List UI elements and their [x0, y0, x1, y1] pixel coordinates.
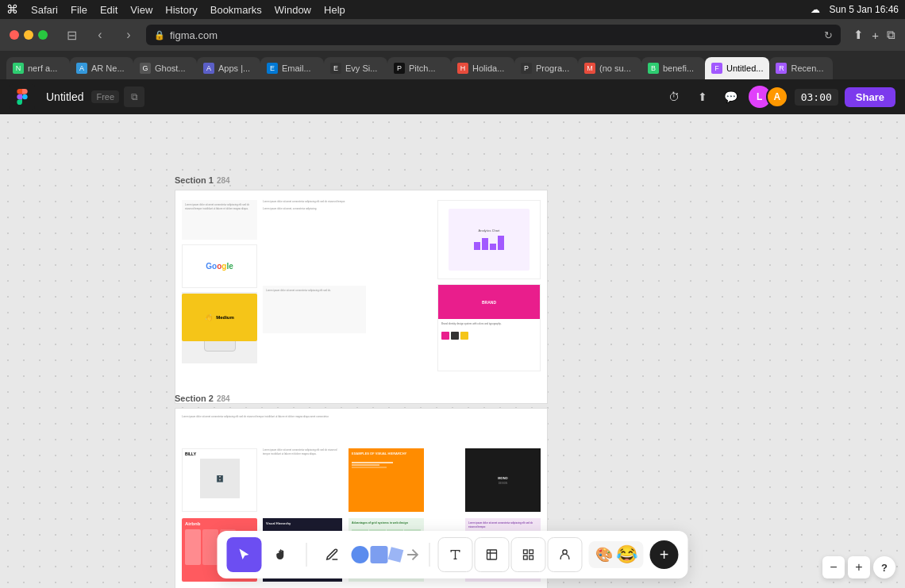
tab-holiday[interactable]: H Holida...	[451, 57, 514, 79]
menu-help[interactable]: Help	[324, 4, 345, 16]
divider-2	[429, 543, 430, 567]
thumb-text-3: Lorem ipsum dolor sit amet consectetur a…	[263, 286, 366, 333]
tab-arne[interactable]: A AR Ne...	[70, 57, 133, 79]
history-icon[interactable]: ⏱	[663, 86, 685, 108]
menu-file[interactable]: File	[71, 4, 87, 16]
tab-email[interactable]: E Email...	[260, 57, 324, 79]
tab-nosu[interactable]: M (no su...	[578, 57, 641, 79]
menu-bookmarks[interactable]: Bookmarks	[210, 4, 262, 16]
figma-logo-btn[interactable]	[10, 84, 35, 110]
minimize-button[interactable]	[24, 30, 33, 40]
timer-display: 03:00	[795, 89, 838, 106]
tab-untitled[interactable]: F Untitled...	[705, 57, 769, 79]
share-icon[interactable]: ⬆	[691, 86, 714, 108]
pen-tool-btn[interactable]	[315, 537, 350, 572]
section-1-count: 284	[217, 176, 230, 185]
tab-label-nerf: nerf a...	[28, 63, 57, 73]
cursor-tool-btn[interactable]	[227, 537, 262, 572]
menu-edit[interactable]: Edit	[100, 4, 117, 16]
sticker-emoji[interactable]: 🎨	[595, 546, 613, 563]
menu-view[interactable]: View	[130, 4, 152, 16]
rect-shape[interactable]	[371, 546, 388, 563]
folder-shape[interactable]	[388, 547, 404, 563]
apple-menu[interactable]: ⌘	[6, 2, 18, 17]
multiplayer-avatars: L A	[749, 86, 788, 108]
tab-label-evy: Evy Si...	[345, 63, 377, 73]
add-button[interactable]: +	[650, 540, 679, 569]
frame-tool-btn[interactable]	[475, 537, 510, 572]
figma-logo-icon	[14, 89, 30, 105]
comment-icon[interactable]: 💬	[720, 86, 742, 108]
circle-shape[interactable]	[352, 546, 369, 563]
traffic-lights	[10, 30, 48, 40]
share-browser-btn[interactable]: ⬆	[853, 28, 864, 42]
lock-icon: 🔒	[154, 30, 165, 40]
s2-text-mid: Lorem ipsum dolor sit amet consectetur a…	[263, 448, 342, 512]
forward-button[interactable]: ›	[117, 26, 140, 44]
weather-icon: ☁	[811, 4, 820, 15]
section-2-count: 284	[217, 394, 230, 403]
menu-window[interactable]: Window	[275, 4, 311, 16]
thumb-dark-card: MONO DESIGN	[465, 448, 541, 512]
section-2-label: Section 2 284	[175, 394, 230, 403]
svg-rect-0	[487, 550, 497, 559]
zoom-out-btn[interactable]: −	[822, 556, 845, 578]
grid-tool-btn[interactable]	[511, 537, 546, 572]
thumb-google: Google	[182, 244, 257, 288]
tab-apps[interactable]: A Apps |...	[197, 57, 260, 79]
hand-icon	[274, 548, 288, 562]
menubar-right: ☁ Sun 5 Jan 16:46	[811, 4, 899, 15]
thumb-yellow-card: 👋 Medium	[182, 294, 257, 341]
figma-app: Untitled Free ⧉ ⏱ ⬆ 💬 L A 03:00 Share Se…	[0, 79, 905, 588]
section-1-container: Section 1 284 Lorem ipsum dolor sit amet…	[175, 190, 548, 404]
browser-titlebar: ⊟ ‹ › 🔒 figma.com ↻ ⬆ + ⧉	[0, 19, 905, 51]
text-tool-btn[interactable]	[438, 537, 473, 572]
laugh-emoji[interactable]: 😂	[616, 544, 637, 565]
browser-chrome: ⊟ ‹ › 🔒 figma.com ↻ ⬆ + ⧉ N nerf a... A …	[0, 19, 905, 79]
tab-recent[interactable]: R Recen...	[769, 57, 833, 79]
thumb-branding: BRAND Brand identity design system with …	[437, 284, 541, 371]
tab-progra[interactable]: P Progra...	[514, 57, 578, 79]
svg-rect-3	[524, 555, 528, 559]
tab-overview-btn[interactable]: ⧉	[887, 28, 895, 42]
address-bar[interactable]: 🔒 figma.com ↻	[146, 25, 841, 45]
hand-tool-btn[interactable]	[264, 537, 298, 572]
arrow-shape[interactable]	[404, 546, 422, 563]
cursor-tools	[227, 537, 298, 572]
thumb-text-1: Lorem ipsum dolor sit amet consectetur a…	[182, 200, 257, 240]
tab-pitch[interactable]: P Pitch...	[387, 57, 451, 79]
arrow-icon	[404, 546, 422, 563]
svg-rect-4	[530, 555, 533, 559]
thumb-billy: BILLY 🗄️	[182, 448, 257, 512]
shape-tools	[315, 537, 422, 572]
tab-favicon-pitch: P	[394, 63, 405, 74]
svg-rect-2	[530, 550, 533, 554]
tab-label-recent: Recen...	[791, 63, 823, 73]
tab-nerf[interactable]: N nerf a...	[6, 57, 70, 79]
figma-toolbar: Untitled Free ⧉ ⏱ ⬆ 💬 L A 03:00 Share	[0, 79, 905, 114]
tab-favicon-email: E	[267, 63, 278, 74]
person-tool-btn[interactable]	[548, 537, 583, 572]
tab-evy[interactable]: E Evy Si...	[324, 57, 387, 79]
duplicate-button[interactable]: ⧉	[124, 86, 144, 107]
close-button[interactable]	[10, 30, 19, 40]
zoom-controls: − + ?	[822, 556, 895, 578]
sidebar-toggle[interactable]: ⊟	[60, 26, 83, 44]
help-button[interactable]: ?	[873, 556, 895, 578]
tab-benef[interactable]: B benefi...	[641, 57, 705, 79]
share-button[interactable]: Share	[845, 87, 895, 107]
back-button[interactable]: ‹	[89, 26, 111, 44]
maximize-button[interactable]	[38, 30, 48, 40]
tab-label-ghost: Ghost...	[155, 63, 186, 73]
new-tab-btn[interactable]: +	[872, 29, 879, 42]
menu-safari[interactable]: Safari	[31, 4, 58, 16]
menu-history[interactable]: History	[165, 4, 197, 16]
avatar-initials: L	[757, 91, 762, 102]
reload-button[interactable]: ↻	[824, 29, 833, 41]
tab-label-pitch: Pitch...	[409, 63, 436, 73]
tab-label-apps: Apps |...	[218, 63, 250, 73]
canvas-area[interactable]: Section 1 284 Lorem ipsum dolor sit amet…	[0, 114, 905, 588]
zoom-in-btn[interactable]: +	[848, 556, 870, 578]
tab-ghost[interactable]: G Ghost...	[133, 57, 197, 79]
svg-rect-1	[524, 550, 528, 554]
